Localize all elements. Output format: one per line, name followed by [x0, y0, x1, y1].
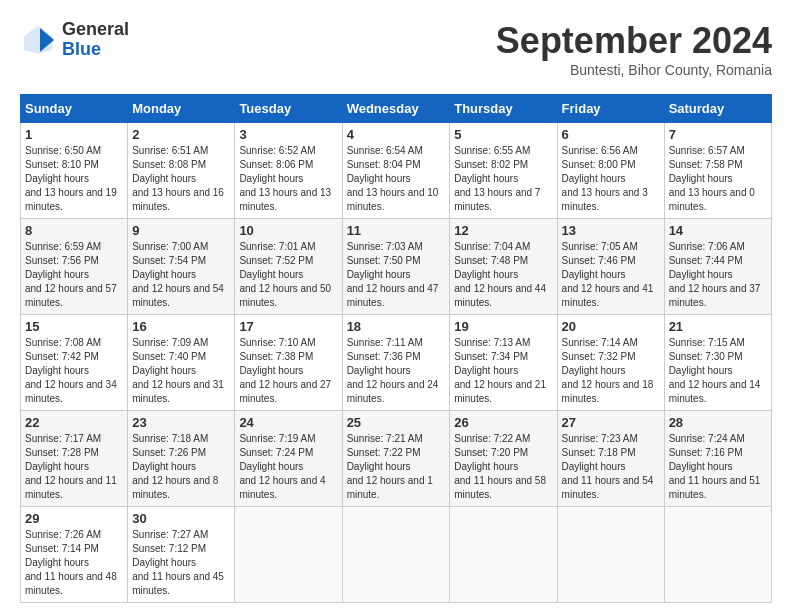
table-row	[557, 507, 664, 603]
day-info: Sunrise: 7:15 AMSunset: 7:30 PMDaylight …	[669, 337, 761, 404]
day-info: Sunrise: 7:00 AMSunset: 7:54 PMDaylight …	[132, 241, 224, 308]
day-info: Sunrise: 7:17 AMSunset: 7:28 PMDaylight …	[25, 433, 117, 500]
logo-general: General	[62, 20, 129, 40]
day-number: 21	[669, 319, 767, 334]
day-number: 9	[132, 223, 230, 238]
day-number: 13	[562, 223, 660, 238]
day-number: 5	[454, 127, 552, 142]
day-number: 8	[25, 223, 123, 238]
day-info: Sunrise: 6:52 AMSunset: 8:06 PMDaylight …	[239, 145, 331, 212]
day-number: 11	[347, 223, 446, 238]
day-number: 6	[562, 127, 660, 142]
col-tuesday: Tuesday	[235, 95, 342, 123]
table-row: 2 Sunrise: 6:51 AMSunset: 8:08 PMDayligh…	[128, 123, 235, 219]
table-row: 10 Sunrise: 7:01 AMSunset: 7:52 PMDaylig…	[235, 219, 342, 315]
day-info: Sunrise: 7:09 AMSunset: 7:40 PMDaylight …	[132, 337, 224, 404]
day-info: Sunrise: 7:23 AMSunset: 7:18 PMDaylight …	[562, 433, 654, 500]
day-info: Sunrise: 7:05 AMSunset: 7:46 PMDaylight …	[562, 241, 654, 308]
table-row: 16 Sunrise: 7:09 AMSunset: 7:40 PMDaylig…	[128, 315, 235, 411]
day-info: Sunrise: 7:01 AMSunset: 7:52 PMDaylight …	[239, 241, 331, 308]
day-info: Sunrise: 7:21 AMSunset: 7:22 PMDaylight …	[347, 433, 433, 500]
day-number: 25	[347, 415, 446, 430]
day-number: 26	[454, 415, 552, 430]
day-info: Sunrise: 7:04 AMSunset: 7:48 PMDaylight …	[454, 241, 546, 308]
table-row: 24 Sunrise: 7:19 AMSunset: 7:24 PMDaylig…	[235, 411, 342, 507]
page-header: General Blue September 2024 Buntesti, Bi…	[20, 20, 772, 78]
table-row: 28 Sunrise: 7:24 AMSunset: 7:16 PMDaylig…	[664, 411, 771, 507]
day-info: Sunrise: 7:24 AMSunset: 7:16 PMDaylight …	[669, 433, 761, 500]
calendar-week-1: 1 Sunrise: 6:50 AMSunset: 8:10 PMDayligh…	[21, 123, 772, 219]
table-row: 1 Sunrise: 6:50 AMSunset: 8:10 PMDayligh…	[21, 123, 128, 219]
table-row: 27 Sunrise: 7:23 AMSunset: 7:18 PMDaylig…	[557, 411, 664, 507]
calendar-week-3: 15 Sunrise: 7:08 AMSunset: 7:42 PMDaylig…	[21, 315, 772, 411]
day-info: Sunrise: 6:54 AMSunset: 8:04 PMDaylight …	[347, 145, 439, 212]
table-row: 3 Sunrise: 6:52 AMSunset: 8:06 PMDayligh…	[235, 123, 342, 219]
table-row: 11 Sunrise: 7:03 AMSunset: 7:50 PMDaylig…	[342, 219, 450, 315]
table-row	[664, 507, 771, 603]
table-row: 19 Sunrise: 7:13 AMSunset: 7:34 PMDaylig…	[450, 315, 557, 411]
day-number: 23	[132, 415, 230, 430]
logo-blue: Blue	[62, 40, 129, 60]
day-number: 19	[454, 319, 552, 334]
day-number: 4	[347, 127, 446, 142]
col-monday: Monday	[128, 95, 235, 123]
table-row: 22 Sunrise: 7:17 AMSunset: 7:28 PMDaylig…	[21, 411, 128, 507]
day-number: 7	[669, 127, 767, 142]
table-row: 21 Sunrise: 7:15 AMSunset: 7:30 PMDaylig…	[664, 315, 771, 411]
title-block: September 2024 Buntesti, Bihor County, R…	[496, 20, 772, 78]
day-info: Sunrise: 6:57 AMSunset: 7:58 PMDaylight …	[669, 145, 755, 212]
calendar-week-4: 22 Sunrise: 7:17 AMSunset: 7:28 PMDaylig…	[21, 411, 772, 507]
col-wednesday: Wednesday	[342, 95, 450, 123]
day-number: 22	[25, 415, 123, 430]
col-saturday: Saturday	[664, 95, 771, 123]
table-row: 12 Sunrise: 7:04 AMSunset: 7:48 PMDaylig…	[450, 219, 557, 315]
col-friday: Friday	[557, 95, 664, 123]
table-row	[342, 507, 450, 603]
day-number: 29	[25, 511, 123, 526]
day-info: Sunrise: 7:18 AMSunset: 7:26 PMDaylight …	[132, 433, 218, 500]
table-row: 6 Sunrise: 6:56 AMSunset: 8:00 PMDayligh…	[557, 123, 664, 219]
table-row: 4 Sunrise: 6:54 AMSunset: 8:04 PMDayligh…	[342, 123, 450, 219]
day-info: Sunrise: 7:22 AMSunset: 7:20 PMDaylight …	[454, 433, 546, 500]
col-sunday: Sunday	[21, 95, 128, 123]
table-row	[450, 507, 557, 603]
day-number: 12	[454, 223, 552, 238]
day-info: Sunrise: 6:51 AMSunset: 8:08 PMDaylight …	[132, 145, 224, 212]
location-subtitle: Buntesti, Bihor County, Romania	[496, 62, 772, 78]
day-number: 14	[669, 223, 767, 238]
col-thursday: Thursday	[450, 95, 557, 123]
table-row: 8 Sunrise: 6:59 AMSunset: 7:56 PMDayligh…	[21, 219, 128, 315]
day-number: 28	[669, 415, 767, 430]
day-info: Sunrise: 6:55 AMSunset: 8:02 PMDaylight …	[454, 145, 540, 212]
day-info: Sunrise: 7:06 AMSunset: 7:44 PMDaylight …	[669, 241, 761, 308]
day-number: 3	[239, 127, 337, 142]
table-row: 23 Sunrise: 7:18 AMSunset: 7:26 PMDaylig…	[128, 411, 235, 507]
day-info: Sunrise: 7:10 AMSunset: 7:38 PMDaylight …	[239, 337, 331, 404]
day-number: 24	[239, 415, 337, 430]
table-row	[235, 507, 342, 603]
day-info: Sunrise: 6:59 AMSunset: 7:56 PMDaylight …	[25, 241, 117, 308]
day-number: 15	[25, 319, 123, 334]
day-number: 30	[132, 511, 230, 526]
day-number: 27	[562, 415, 660, 430]
day-number: 10	[239, 223, 337, 238]
day-number: 18	[347, 319, 446, 334]
day-info: Sunrise: 7:11 AMSunset: 7:36 PMDaylight …	[347, 337, 439, 404]
calendar-week-5: 29 Sunrise: 7:26 AMSunset: 7:14 PMDaylig…	[21, 507, 772, 603]
table-row: 15 Sunrise: 7:08 AMSunset: 7:42 PMDaylig…	[21, 315, 128, 411]
day-info: Sunrise: 7:26 AMSunset: 7:14 PMDaylight …	[25, 529, 117, 596]
logo-icon	[20, 22, 56, 58]
day-number: 1	[25, 127, 123, 142]
logo: General Blue	[20, 20, 129, 60]
day-info: Sunrise: 7:27 AMSunset: 7:12 PMDaylight …	[132, 529, 224, 596]
table-row: 13 Sunrise: 7:05 AMSunset: 7:46 PMDaylig…	[557, 219, 664, 315]
table-row: 5 Sunrise: 6:55 AMSunset: 8:02 PMDayligh…	[450, 123, 557, 219]
day-info: Sunrise: 7:14 AMSunset: 7:32 PMDaylight …	[562, 337, 654, 404]
table-row: 30 Sunrise: 7:27 AMSunset: 7:12 PMDaylig…	[128, 507, 235, 603]
month-title: September 2024	[496, 20, 772, 62]
calendar-table: Sunday Monday Tuesday Wednesday Thursday…	[20, 94, 772, 603]
table-row: 25 Sunrise: 7:21 AMSunset: 7:22 PMDaylig…	[342, 411, 450, 507]
table-row: 29 Sunrise: 7:26 AMSunset: 7:14 PMDaylig…	[21, 507, 128, 603]
table-row: 7 Sunrise: 6:57 AMSunset: 7:58 PMDayligh…	[664, 123, 771, 219]
day-number: 20	[562, 319, 660, 334]
